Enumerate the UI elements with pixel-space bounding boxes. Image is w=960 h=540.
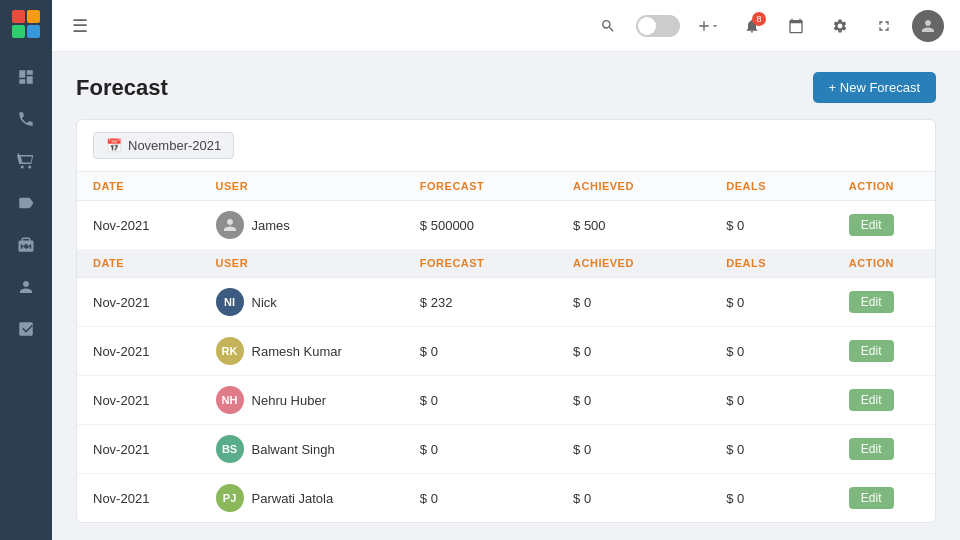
edit-button[interactable]: Edit (849, 438, 894, 460)
user-name: Nick (252, 295, 277, 310)
table-toolbar: 📅 November-2021 (77, 120, 935, 172)
table-header-row-2: DATE USER FORECAST ACHIEVED DEALS ACTION (77, 249, 935, 278)
col-header-user-2: USER (200, 249, 404, 278)
cell-user: James (200, 201, 404, 250)
fullscreen-icon[interactable] (868, 10, 900, 42)
avatar (216, 211, 244, 239)
cell-achieved: $ 0 (557, 278, 710, 327)
page-title: Forecast (76, 75, 168, 101)
cell-achieved: $ 500 (557, 201, 710, 250)
cell-achieved: $ 0 (557, 425, 710, 474)
table-header-row-1: DATE USER FORECAST ACHIEVED DEALS ACTION (77, 172, 935, 201)
cell-deals: $ 0 (710, 278, 833, 327)
user-name: Nehru Huber (252, 393, 326, 408)
col-header-deals-2: DEALS (710, 249, 833, 278)
cell-action: Edit (833, 425, 935, 474)
edit-button[interactable]: Edit (849, 389, 894, 411)
col-header-achieved-1: ACHIEVED (557, 172, 710, 201)
cell-user: NH Nehru Huber (200, 376, 404, 425)
sidebar-item-analytics[interactable] (8, 311, 44, 347)
forecast-table-1: DATE USER FORECAST ACHIEVED DEALS ACTION… (77, 172, 935, 249)
edit-button[interactable]: Edit (849, 340, 894, 362)
avatar: PJ (216, 484, 244, 512)
add-icon[interactable] (692, 10, 724, 42)
user-name: Balwant Singh (252, 442, 335, 457)
cell-deals: $ 0 (710, 425, 833, 474)
edit-button[interactable]: Edit (849, 487, 894, 509)
cell-achieved: $ 0 (557, 327, 710, 376)
sidebar-item-phone[interactable] (8, 101, 44, 137)
cell-action: Edit (833, 278, 935, 327)
cell-action: Edit (833, 201, 935, 250)
user-avatar[interactable] (912, 10, 944, 42)
user-name: James (252, 218, 290, 233)
cell-user: NI Nick (200, 278, 404, 327)
notification-icon[interactable]: 8 (736, 10, 768, 42)
cell-date: Nov-2021 (77, 376, 200, 425)
page-content: Forecast + New Forecast 📅 November-2021 … (52, 52, 960, 540)
sidebar-item-contacts[interactable] (8, 269, 44, 305)
notification-badge: 8 (752, 12, 766, 26)
sidebar-item-dashboard[interactable] (8, 59, 44, 95)
cell-action: Edit (833, 376, 935, 425)
sidebar-item-deals[interactable] (8, 143, 44, 179)
user-name: Ramesh Kumar (252, 344, 342, 359)
topbar: ☰ 8 (52, 0, 960, 52)
forecast-card: 📅 November-2021 DATE USER FORECAST ACHIE… (76, 119, 936, 523)
avatar: RK (216, 337, 244, 365)
cell-action: Edit (833, 474, 935, 523)
cell-deals: $ 0 (710, 474, 833, 523)
col-header-achieved-2: ACHIEVED (557, 249, 710, 278)
svg-rect-3 (27, 25, 40, 38)
cell-date: Nov-2021 (77, 327, 200, 376)
settings-icon[interactable] (824, 10, 856, 42)
table-row: Nov-2021 NH Nehru Huber $ 0 $ 0 $ 0 Edit (77, 376, 935, 425)
cell-deals: $ 0 (710, 201, 833, 250)
cell-forecast: $ 500000 (404, 201, 557, 250)
table-row: Nov-2021 James $ 500000 $ 500 (77, 201, 935, 250)
cell-forecast: $ 0 (404, 425, 557, 474)
new-forecast-button[interactable]: + New Forecast (813, 72, 936, 103)
edit-button[interactable]: Edit (849, 214, 894, 236)
sidebar (0, 0, 52, 540)
cell-date: Nov-2021 (77, 278, 200, 327)
avatar: NH (216, 386, 244, 414)
col-header-user-1: USER (200, 172, 404, 201)
table-row: Nov-2021 NI Nick $ 232 $ 0 $ 0 Edit (77, 278, 935, 327)
cell-date: Nov-2021 (77, 474, 200, 523)
cell-achieved: $ 0 (557, 474, 710, 523)
cell-user: BS Balwant Singh (200, 425, 404, 474)
edit-button[interactable]: Edit (849, 291, 894, 313)
forecast-table-2: DATE USER FORECAST ACHIEVED DEALS ACTION… (77, 249, 935, 522)
cell-deals: $ 0 (710, 376, 833, 425)
col-header-forecast-1: FORECAST (404, 172, 557, 201)
app-logo[interactable] (10, 8, 42, 40)
col-header-date-2: DATE (77, 249, 200, 278)
col-header-action-2: ACTION (833, 249, 935, 278)
search-icon[interactable] (592, 10, 624, 42)
main-content: ☰ 8 Forecast + New Forecast (52, 0, 960, 540)
table-row: Nov-2021 BS Balwant Singh $ 0 $ 0 $ 0 Ed… (77, 425, 935, 474)
sidebar-item-tags[interactable] (8, 185, 44, 221)
calendar-small-icon: 📅 (106, 138, 122, 153)
month-label: November-2021 (128, 138, 221, 153)
month-filter[interactable]: 📅 November-2021 (93, 132, 234, 159)
cell-user: RK Ramesh Kumar (200, 327, 404, 376)
toggle-switch[interactable] (636, 15, 680, 37)
table-scroll[interactable]: DATE USER FORECAST ACHIEVED DEALS ACTION… (77, 172, 935, 522)
col-header-date-1: DATE (77, 172, 200, 201)
cell-user: PJ Parwati Jatola (200, 474, 404, 523)
cell-forecast: $ 0 (404, 376, 557, 425)
sidebar-item-briefcase[interactable] (8, 227, 44, 263)
svg-rect-2 (12, 25, 25, 38)
cell-date: Nov-2021 (77, 425, 200, 474)
cell-achieved: $ 0 (557, 376, 710, 425)
avatar: BS (216, 435, 244, 463)
cell-deals: $ 0 (710, 327, 833, 376)
table-row: Nov-2021 RK Ramesh Kumar $ 0 $ 0 $ 0 Edi… (77, 327, 935, 376)
calendar-icon[interactable] (780, 10, 812, 42)
svg-rect-1 (27, 10, 40, 23)
menu-toggle[interactable]: ☰ (68, 11, 92, 41)
avatar: NI (216, 288, 244, 316)
col-header-forecast-2: FORECAST (404, 249, 557, 278)
